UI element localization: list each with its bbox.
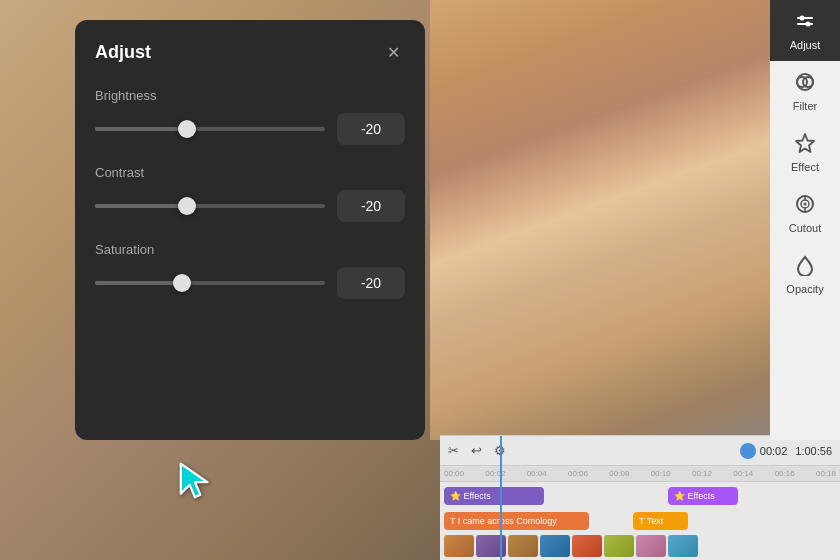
saturation-slider[interactable] bbox=[95, 273, 325, 293]
video-thumb-5 bbox=[572, 535, 602, 557]
cutout-icon bbox=[794, 193, 816, 218]
clip-comology[interactable]: T I came across Comology bbox=[444, 512, 589, 530]
right-sidebar: Adjust Filter Effect bbox=[770, 0, 840, 440]
clip-text[interactable]: T Text bbox=[633, 512, 688, 530]
contrast-thumb[interactable] bbox=[178, 197, 196, 215]
filter-icon bbox=[794, 71, 816, 96]
video-thumb-3 bbox=[508, 535, 538, 557]
ruler-mark: 00:18 bbox=[816, 469, 836, 478]
clip-label: ⭐ Effects bbox=[450, 491, 491, 501]
contrast-value: -20 bbox=[337, 190, 405, 222]
sidebar-item-cutout[interactable]: Cutout bbox=[770, 183, 840, 244]
filter-label: Filter bbox=[793, 100, 817, 112]
clip-label: T Text bbox=[639, 516, 663, 526]
contrast-fill bbox=[95, 204, 187, 208]
adjust-label: Adjust bbox=[790, 39, 821, 51]
sidebar-item-effect[interactable]: Effect bbox=[770, 122, 840, 183]
clip-label: T I came across Comology bbox=[450, 516, 557, 526]
undo-icon[interactable]: ↩ bbox=[471, 443, 482, 458]
ruler-marks: 00:00 00:02 00:04 00:06 00:08 00:10 00:1… bbox=[444, 469, 836, 478]
contrast-track bbox=[95, 204, 325, 208]
contrast-row: -20 bbox=[95, 190, 405, 222]
effect-icon bbox=[794, 132, 816, 157]
sidebar-item-adjust[interactable]: Adjust bbox=[770, 0, 840, 61]
ruler-mark: 00:08 bbox=[609, 469, 629, 478]
panel-title: Adjust bbox=[95, 42, 151, 63]
saturation-thumb[interactable] bbox=[173, 274, 191, 292]
brightness-value: -20 bbox=[337, 113, 405, 145]
track-row-effects: ⭐ Effects ⭐ Effects bbox=[444, 485, 836, 507]
ruler-mark: 00:04 bbox=[527, 469, 547, 478]
time-display: 00:02 1:00:56 bbox=[740, 443, 832, 459]
saturation-row: -20 bbox=[95, 267, 405, 299]
video-thumb-6 bbox=[604, 535, 634, 557]
clip-label: ⭐ Effects bbox=[674, 491, 715, 501]
saturation-label: Saturation bbox=[95, 242, 405, 257]
track-row-video bbox=[444, 535, 836, 557]
brightness-thumb[interactable] bbox=[178, 120, 196, 138]
opacity-label: Opacity bbox=[786, 283, 823, 295]
saturation-value: -20 bbox=[337, 267, 405, 299]
cutout-label: Cutout bbox=[789, 222, 821, 234]
panel-header: Adjust ✕ bbox=[95, 40, 405, 64]
video-thumb-4 bbox=[540, 535, 570, 557]
brightness-row: -20 bbox=[95, 113, 405, 145]
svg-marker-0 bbox=[181, 464, 208, 498]
ruler-mark: 00:10 bbox=[651, 469, 671, 478]
saturation-track bbox=[95, 281, 325, 285]
contrast-section: Contrast -20 bbox=[95, 165, 405, 222]
brightness-section: Brightness -20 bbox=[95, 88, 405, 145]
ruler-mark: 00:16 bbox=[775, 469, 795, 478]
svg-point-3 bbox=[800, 16, 805, 21]
svg-point-11 bbox=[804, 203, 807, 206]
playhead-dot bbox=[740, 443, 756, 459]
brightness-slider[interactable] bbox=[95, 119, 325, 139]
saturation-section: Saturation -20 bbox=[95, 242, 405, 299]
video-thumb-7 bbox=[636, 535, 666, 557]
video-thumb-1 bbox=[444, 535, 474, 557]
ruler-mark: 00:00 bbox=[444, 469, 464, 478]
contrast-label: Contrast bbox=[95, 165, 405, 180]
sidebar-item-filter[interactable]: Filter bbox=[770, 61, 840, 122]
clip-effects-2[interactable]: ⭐ Effects bbox=[668, 487, 738, 505]
brightness-track bbox=[95, 127, 325, 131]
svg-point-4 bbox=[806, 22, 811, 27]
adjust-panel: Adjust ✕ Brightness -20 Contrast bbox=[75, 20, 425, 440]
saturation-fill bbox=[95, 281, 182, 285]
brightness-label: Brightness bbox=[95, 88, 405, 103]
brightness-fill bbox=[95, 127, 187, 131]
current-time: 00:02 bbox=[760, 445, 788, 457]
svg-marker-8 bbox=[796, 134, 814, 152]
sidebar-item-opacity[interactable]: Opacity bbox=[770, 244, 840, 305]
playhead bbox=[500, 436, 502, 560]
adjust-icon bbox=[794, 10, 816, 35]
total-time: 1:00:56 bbox=[795, 445, 832, 457]
cursor-arrow bbox=[175, 460, 215, 500]
video-thumb-8 bbox=[668, 535, 698, 557]
effect-label: Effect bbox=[791, 161, 819, 173]
svg-point-5 bbox=[797, 74, 813, 90]
track-row-text: T I came across Comology T Text bbox=[444, 510, 836, 532]
ruler-mark: 00:14 bbox=[733, 469, 753, 478]
clip-effects-1[interactable]: ⭐ Effects bbox=[444, 487, 544, 505]
timeline: ✂ ↩ ⚙ 00:02 1:00:56 00:00 00:02 00:04 00… bbox=[440, 435, 840, 560]
ruler-mark: 00:12 bbox=[692, 469, 712, 478]
contrast-slider[interactable] bbox=[95, 196, 325, 216]
ruler-mark: 00:02 bbox=[485, 469, 505, 478]
scissors-icon[interactable]: ✂ bbox=[448, 443, 459, 458]
ruler-mark: 00:06 bbox=[568, 469, 588, 478]
opacity-icon bbox=[794, 254, 816, 279]
close-button[interactable]: ✕ bbox=[381, 40, 405, 64]
